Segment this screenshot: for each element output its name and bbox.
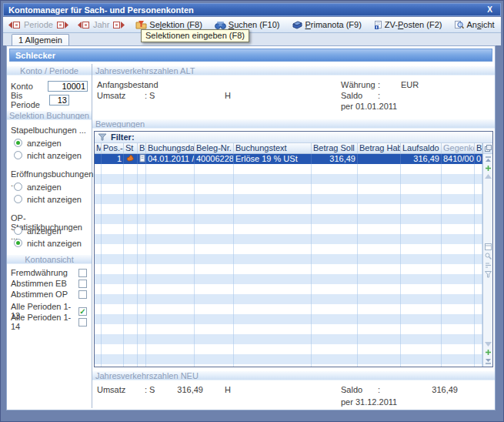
radio-icon[interactable] <box>14 239 22 247</box>
periode-label: Periode <box>22 20 55 29</box>
filter-icon <box>98 133 107 141</box>
cell-betrag-haben <box>358 154 401 164</box>
jvz-neu-block: Umsatz : S 316,49 H Saldo : 316,49 <box>92 380 495 407</box>
per-neu-date: per 31.12.2011 <box>341 397 397 407</box>
binoculars-icon <box>215 21 226 29</box>
column-header-b2[interactable]: B <box>475 143 482 153</box>
periode-next-button[interactable] <box>55 20 71 30</box>
left-panel: Konto / Periode Konto Bis Periode Selekt… <box>7 64 92 408</box>
checkbox-label: Fremdwährung <box>11 268 78 277</box>
column-header-gegenkonto[interactable]: Gegenkonto <box>442 143 475 153</box>
radio-label: nicht anzeigen <box>27 239 82 248</box>
anfangsbestand-label: Anfangsbestand <box>97 80 145 89</box>
column-header-m[interactable]: M <box>95 143 102 153</box>
column-header-b[interactable]: B <box>138 143 146 153</box>
bis-periode-input[interactable] <box>49 95 69 106</box>
checkbox-label: Abstimmen OP <box>11 290 78 299</box>
radio-label: nicht anzeigen <box>27 195 82 204</box>
add-row-icon[interactable] <box>485 165 492 172</box>
selektion-buchungen-header: Selektion Buchungen <box>7 110 92 120</box>
ansicht-button[interactable]: Ansicht <box>450 18 498 31</box>
checkbox-alle-perioden-1-14[interactable]: Alle Perioden 1-14 <box>7 316 92 327</box>
umsatz-neu-haben-marker: H <box>225 385 231 394</box>
stapelbuchungen-label: Stapelbuchungen ... <box>7 126 92 136</box>
grid-side-toolbar <box>482 143 492 367</box>
scroll-bottom-icon[interactable] <box>485 358 492 364</box>
scroll-up-icon[interactable] <box>485 174 492 179</box>
close-button[interactable]: X <box>484 5 496 14</box>
radio-icon[interactable] <box>14 226 22 235</box>
column-header-buchungsdatum[interactable]: Buchungsdatum <box>146 143 195 153</box>
grid-filter-bar[interactable]: Filter: <box>95 132 492 143</box>
radio-stapel-anzeigen[interactable]: anzeigen <box>7 138 92 148</box>
cell-b <box>138 154 146 164</box>
checkbox-abstimmen-op[interactable]: Abstimmen OP <box>7 289 92 300</box>
op-statistikbuchungen-label: OP-Statistikbuchungen ... <box>7 213 92 223</box>
checkbox-icon[interactable] <box>78 307 87 316</box>
red-left-arrow-icon <box>8 21 21 29</box>
jahr-label: Jahr <box>92 20 111 29</box>
checkbox-icon[interactable] <box>78 290 87 299</box>
periode-prev-button[interactable] <box>6 20 22 30</box>
red-right-arrow-icon <box>56 21 69 29</box>
jahr-next-button[interactable] <box>111 20 127 30</box>
umsatz-neu-label: Umsatz <box>97 385 145 394</box>
zv-posten-button[interactable]: ZV-Posten (F2) <box>370 18 446 31</box>
checkbox-label: Alle Perioden 1-14 <box>11 313 78 331</box>
title-bar: Kontomanager für Sach- und Personenkonte… <box>3 3 501 16</box>
checkbox-icon[interactable] <box>78 269 87 277</box>
radio-op-nicht-anzeigen[interactable]: nicht anzeigen <box>7 238 92 248</box>
table-row-selected[interactable]: 1 04.01.2011 /Di 40006228 Erlöse 19 % US… <box>95 154 482 164</box>
column-header-st[interactable]: St <box>124 143 138 153</box>
radio-eb-anzeigen[interactable]: anzeigen <box>7 182 92 192</box>
umsatz-alt-soll-marker: : S <box>145 91 163 100</box>
ansicht-label: Ansicht <box>466 20 494 29</box>
application-window: Kontomanager für Sach- und Personenkonte… <box>0 0 504 422</box>
umsatz-neu-soll-value: 316,49 <box>163 385 203 394</box>
column-header-buchungstext[interactable]: Buchungstext <box>234 143 312 153</box>
column-header-betrag-haben[interactable]: Betrag Haben <box>358 143 401 153</box>
cell-betrag-soll: 316,49 <box>312 154 358 164</box>
primanota-button[interactable]: Primanota (F9) <box>288 18 365 31</box>
add-row-bottom-icon[interactable] <box>485 349 492 356</box>
radio-stapel-nicht-anzeigen[interactable]: nicht anzeigen <box>7 150 92 160</box>
radio-icon[interactable] <box>14 151 22 159</box>
checkbox-fremdwaehrung[interactable]: Fremdwährung <box>7 267 92 278</box>
scroll-down-icon[interactable] <box>485 342 492 347</box>
b-doc-icon <box>139 154 145 162</box>
tab-allgemein[interactable]: 1 Allgemein <box>12 34 69 46</box>
checkbox-icon[interactable] <box>78 318 87 327</box>
column-chooser-icon[interactable] <box>483 143 492 154</box>
column-header-pos-nr[interactable]: Pos.-Nr <box>102 143 124 153</box>
cell-b2: 0 <box>475 154 482 164</box>
column-header-betrag-soll[interactable]: Betrag Soll <box>312 143 358 153</box>
checkbox-abstimmen-eb[interactable]: Abstimmen EB <box>7 278 92 289</box>
grid-empty-rows <box>95 164 482 367</box>
tab-strip: 1 Allgemein <box>3 33 501 45</box>
jahr-prev-button[interactable] <box>75 20 92 30</box>
card-view-icon[interactable] <box>485 243 492 250</box>
folder-funnel-icon <box>135 20 147 29</box>
sort-icon[interactable] <box>485 262 492 269</box>
kontoansicht-header: Kontoansicht <box>7 254 92 264</box>
checkbox-icon[interactable] <box>78 280 87 288</box>
umsatz-alt-label: Umsatz <box>97 91 145 100</box>
konto-input[interactable] <box>48 81 88 92</box>
checkbox-label: Abstimmen EB <box>11 279 78 288</box>
konto-label: Konto <box>11 82 48 91</box>
book-icon <box>292 21 302 29</box>
colon: : <box>378 80 401 89</box>
search-icon[interactable] <box>485 253 492 260</box>
magnifier-document-icon <box>454 20 464 29</box>
radio-icon[interactable] <box>14 195 22 203</box>
cell-beleg-nr: 40006228 <box>195 154 234 164</box>
column-header-beleg-nr[interactable]: Beleg-Nr. <box>195 143 234 153</box>
column-header-laufsaldo[interactable]: Laufsaldo <box>401 143 442 153</box>
right-panel: Jahresverkehrszahlen ALT Anfangsbestand … <box>92 64 495 408</box>
scroll-top-icon[interactable] <box>485 156 492 162</box>
radio-icon[interactable] <box>14 139 22 147</box>
radio-icon[interactable] <box>14 183 22 191</box>
radio-eb-nicht-anzeigen[interactable]: nicht anzeigen <box>7 194 92 204</box>
filter-funnel-icon[interactable] <box>485 271 492 278</box>
jvz-alt-header: Jahresverkehrszahlen ALT <box>92 65 495 75</box>
